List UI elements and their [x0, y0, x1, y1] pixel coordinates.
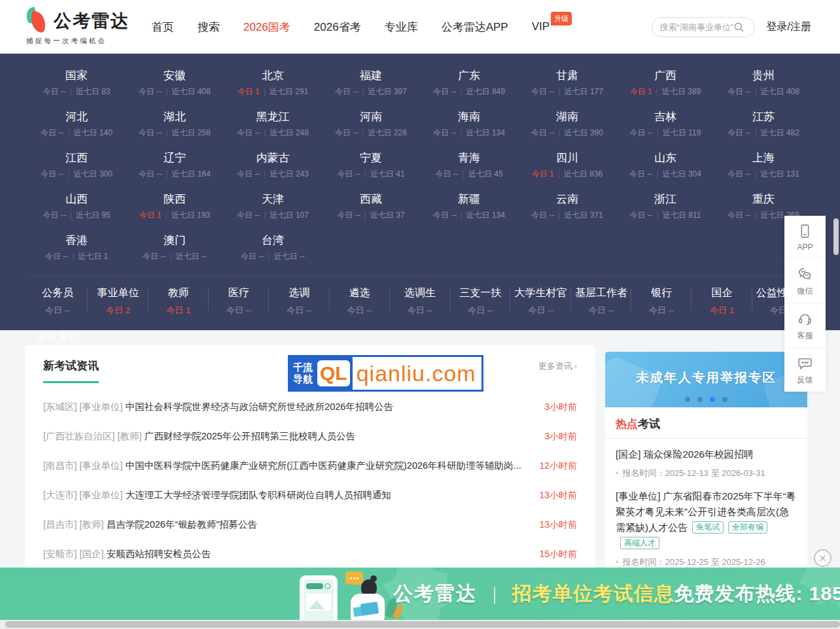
category-item[interactable]: 公务员今日 -- [27, 285, 88, 318]
region-item[interactable]: 云南今日 --|近七日 371 [518, 186, 616, 228]
today-count: 今日 -- [531, 87, 554, 96]
region-item[interactable]: 澳门今日 --|近七日 -- [126, 228, 224, 269]
region-item[interactable]: 湖北今日 --|近七日 258 [126, 104, 224, 145]
search-input[interactable] [660, 22, 733, 32]
nav-item-3[interactable]: 2026国考 [243, 20, 290, 35]
nav-item-6[interactable]: 公考雷达APP [442, 20, 508, 35]
category-item[interactable]: 遴选今日 -- [330, 285, 390, 318]
nav-item-5[interactable]: 专业库 [385, 20, 418, 35]
region-item[interactable]: 陕西今日 1|近七日 193 [126, 186, 224, 228]
region-item[interactable]: 四川今日 1|近七日 836 [518, 145, 616, 186]
news-row[interactable]: [安顺市] [国企]安顺西站招聘安检员公告15小时前 [43, 539, 577, 569]
nav-item-4[interactable]: 2026省考 [314, 20, 361, 35]
week-count: 近七日 140 [74, 128, 113, 137]
news-row[interactable]: [东城区] [事业单位]中国社会科学院世界经济与政治研究所世经政所2026年招聘… [43, 392, 577, 422]
search-icon[interactable] [733, 22, 744, 33]
category-item[interactable]: 银行今日 -- [631, 285, 691, 318]
more-news-link[interactable]: 更多资讯› [538, 360, 577, 372]
carousel-dot[interactable] [685, 397, 690, 402]
region-item[interactable]: 浙江今日 --|近七日 811 [616, 186, 714, 228]
week-count: 近七日 1 [78, 252, 108, 261]
category-item[interactable]: 大学生村官今日 -- [510, 285, 570, 318]
vertical-scrollbar[interactable] [833, 218, 839, 255]
feedback-button[interactable]: 反馈 [784, 348, 826, 392]
site-logo[interactable]: 公考雷达 捕捉每一次考编机会 [26, 8, 130, 46]
header-search[interactable] [652, 17, 755, 37]
news-row[interactable]: [昌吉市] [教师]昌吉学院2026年“银龄教师”招募公告13小时前 [43, 510, 577, 539]
region-item[interactable]: 广西今日 1|近七日 389 [616, 63, 714, 104]
region-item[interactable]: 山西今日 --|近七日 95 [27, 186, 126, 228]
bottom-promo-banner[interactable]: 公考雷达 ｜ 招考单位考试信息 免费发布热线: 185703493 [0, 568, 840, 620]
region-item[interactable]: 湖南今日 --|近七日 390 [518, 104, 616, 145]
nav-item-1[interactable]: 首页 [152, 20, 174, 35]
region-item[interactable]: 安徽今日 --|近七日 408 [126, 63, 224, 104]
category-today-count: 今日 -- [510, 305, 570, 316]
region-stats: 今日 --|近七日 177 [518, 86, 616, 97]
login-register-link[interactable]: 登录/注册 [767, 20, 811, 34]
region-item[interactable]: 天津今日 --|近七日 107 [224, 186, 322, 228]
chat-bubble-illustration [345, 571, 363, 585]
news-section-title: 新考试资讯 [43, 358, 99, 383]
region-item[interactable]: 国家今日 --|近七日 83 [27, 63, 126, 104]
week-count: 近七日 258 [172, 128, 211, 137]
today-count: 今日 -- [433, 128, 456, 137]
region-item[interactable]: 青海今日 --|近七日 45 [420, 145, 518, 186]
carousel-dot[interactable] [697, 397, 703, 402]
region-item[interactable]: 内蒙古今日 --|近七日 243 [224, 145, 322, 186]
region-item[interactable]: 吉林今日 --|近七日 119 [616, 104, 714, 145]
region-item[interactable]: 上海今日 --|近七日 131 [714, 145, 813, 186]
region-item[interactable]: 福建今日 --|近七日 397 [322, 63, 420, 104]
region-item[interactable]: 江西今日 --|近七日 300 [27, 145, 126, 186]
horizontal-scrollbar[interactable] [5, 621, 840, 628]
news-tags: [昌吉市] [教师] [43, 519, 104, 530]
region-item[interactable]: 黑龙江今日 --|近七日 248 [224, 104, 322, 145]
hot-exam-item[interactable]: [事业单位] 广东省阳春市2025年下半年“粤聚英才粤见未来”公开引进各类高层次… [605, 481, 807, 568]
category-item[interactable]: 医疗今日 -- [209, 285, 269, 318]
region-name: 湖北 [126, 109, 224, 124]
report-zone-banner[interactable]: 未成年人专用举报专区 [605, 352, 807, 407]
region-item[interactable]: 西藏今日 --|近七日 37 [322, 186, 420, 228]
category-item[interactable]: 选调生今日 -- [390, 285, 450, 318]
category-item[interactable]: 事业单位今日 2 [88, 285, 148, 318]
region-item[interactable]: 贵州今日 --|近七日 408 [714, 63, 813, 104]
category-today-count: 今日 2 [88, 305, 148, 316]
region-item[interactable]: 新疆今日 --|近七日 134 [420, 186, 518, 228]
close-button[interactable]: ✕ [814, 549, 831, 567]
hot-exam-item[interactable]: [国企] 瑞众保险2026年校园招聘•报名时间：2025-12-13 至 202… [605, 439, 807, 481]
category-item[interactable]: 教师今日 1 [149, 285, 209, 318]
news-title-text: 中国社会科学院世界经济与政治研究所世经政所2026年招聘公告 [126, 401, 393, 412]
today-count: 今日 -- [727, 87, 750, 96]
region-item[interactable]: 江苏今日 --|近七日 482 [714, 104, 813, 145]
region-item[interactable]: 北京今日 1|近七日 291 [224, 63, 322, 104]
region-name: 贵州 [714, 68, 813, 83]
region-item[interactable]: 香港今日 --|近七日 1 [27, 228, 126, 269]
region-item[interactable]: 辽宁今日 --|近七日 164 [126, 145, 224, 186]
category-item[interactable]: 三支一扶今日 -- [450, 285, 510, 318]
region-item[interactable]: 河北今日 --|近七日 140 [27, 104, 126, 145]
carousel-dot[interactable] [722, 397, 727, 402]
category-item[interactable]: 选调今日 -- [269, 285, 329, 318]
news-time: 15小时前 [539, 549, 577, 560]
region-item[interactable]: 宁夏今日 --|近七日 41 [322, 145, 420, 186]
region-item[interactable]: 广东今日 --|近七日 849 [420, 63, 518, 104]
region-item[interactable]: 山东今日 --|近七日 304 [616, 145, 714, 186]
app-download-button[interactable]: APP [784, 216, 826, 258]
region-stats: 今日 --|近七日 408 [126, 86, 224, 97]
wechat-button[interactable]: 微信 [784, 258, 826, 303]
region-item[interactable]: 海南今日 --|近七日 134 [420, 104, 518, 145]
news-row[interactable]: [南昌市] [事业单位]中国中医科学院中医药健康产业研究所(江西中医药健康产业研… [43, 451, 577, 481]
region-item[interactable]: 台湾今日 --|近七日 -- [224, 228, 322, 269]
news-row[interactable]: [大连市] [事业单位]大连理工大学经济管理学院团队专职科研岗位自聘人员招聘通知… [43, 481, 577, 510]
region-item[interactable]: 甘肃今日 --|近七日 177 [518, 63, 616, 104]
nav-item-7[interactable]: VIP升级 [532, 20, 550, 33]
category-item[interactable]: 基层工作者今日 -- [571, 285, 631, 318]
news-row[interactable]: [广西壮族自治区] [教师]广西财经学院2025年公开招聘第三批校聘人员公告3小… [43, 422, 577, 451]
region-item[interactable]: 河南今日 --|近七日 226 [322, 104, 420, 145]
carousel-dot[interactable] [710, 397, 715, 402]
exam-tag: 免笔试 [692, 521, 724, 534]
category-item[interactable]: 国企今日 1 [691, 285, 752, 318]
customer-service-button[interactable]: 客服 [784, 303, 826, 348]
nav-item-2[interactable]: 搜索 [198, 20, 220, 35]
region-name: 广西 [616, 68, 714, 83]
sidebar-card: 未成年人专用举报专区 热点考试 [国企] 瑞众保险2026年校园招聘•报名时间：… [605, 352, 807, 568]
